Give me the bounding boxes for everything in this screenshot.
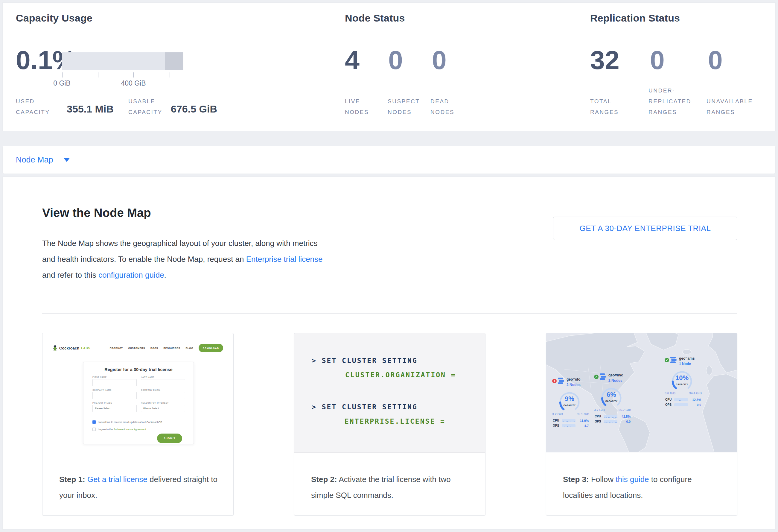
used-capacity-value: 355.1 MiB — [67, 103, 114, 115]
cpu-metric-row: CPU 11.0% — [553, 419, 589, 423]
nav-item-blog[interactable]: BLOG — [185, 347, 193, 350]
license-agreement-row: I agree to the Software License Agreemen… — [92, 428, 147, 431]
error-badge-icon: 1 — [552, 379, 557, 383]
company-email-field[interactable] — [141, 392, 185, 399]
qps-sparkline — [674, 403, 688, 406]
sql-line-1: > SET CLUSTER SETTING — [312, 357, 417, 365]
step3-label: Step 3: — [563, 475, 589, 484]
download-button[interactable]: DOWNLOAD — [199, 344, 223, 352]
capacity-axis-tick — [134, 72, 134, 77]
nav-item-product[interactable]: PRODUCT — [110, 347, 123, 350]
database-stack-icon — [670, 356, 677, 365]
chevron-down-icon[interactable] — [63, 158, 70, 162]
form-fields: FIRST NAME LAST NAME COMPANY NAME COMPAN… — [92, 376, 185, 412]
step3-card: 1 geo=sfo 2 Nodes 9% CAPACITY — [546, 333, 737, 516]
cpu-sparkline — [674, 398, 688, 401]
project-phase-select[interactable]: Please Select — [92, 405, 137, 412]
qps-metric-row: QPS 0.0 — [595, 420, 631, 424]
cluster-overview-page: Capacity Usage 0.1% 0 GiB 400 GiB USED C… — [0, 0, 778, 532]
submit-button[interactable]: SUBMIT — [157, 434, 182, 443]
locality-node-count: 2 Nodes — [608, 379, 622, 383]
capacity-used-gib: 3.2 GiB — [552, 412, 563, 416]
suspect-nodes-value: 0 — [388, 45, 403, 75]
trial-registration-form: Register for a 30-day trial license FIRS… — [83, 362, 194, 444]
email-updates-label: I would like to receive email updates ab… — [98, 421, 163, 424]
capacity-axis-label-400: 400 GiB — [121, 79, 146, 87]
configuration-guide-link[interactable]: configuration guide — [98, 271, 164, 280]
capacity-percent: 9% — [555, 395, 585, 403]
description-text: and refer to this — [42, 271, 98, 280]
nav-item-resources[interactable]: RESOURCES — [163, 347, 180, 350]
enterprise-trial-license-link[interactable]: Enterprise trial license — [246, 255, 323, 263]
capacity-axis-label-0: 0 GiB — [53, 79, 71, 87]
form-title: Register for a 30-day trial license — [83, 367, 193, 372]
capacity-caption: CAPACITY — [667, 383, 697, 386]
step1-card: Cockroach LABS PRODUCT CUSTOMERS DOCS RE… — [42, 333, 234, 516]
capacity-total-gib: 35.1 GiB — [577, 412, 589, 416]
locality-name: geo=sfo — [566, 377, 580, 381]
locality-node-count: 1 Node — [679, 362, 691, 366]
mini-site-header: Cockroach LABS PRODUCT CUSTOMERS DOCS RE… — [53, 342, 223, 354]
qps-sparkline — [604, 420, 617, 423]
capacity-caption: CAPACITY — [555, 404, 585, 407]
database-stack-icon — [600, 373, 607, 381]
capacity-axis-tick — [170, 72, 170, 77]
reason-for-interest-select[interactable]: Please Select — [141, 405, 185, 412]
first-name-field[interactable] — [92, 379, 137, 386]
capacity-axis-tick — [98, 72, 98, 77]
capacity-usage-bar — [62, 52, 183, 70]
locality-name: geo=ams — [679, 356, 695, 361]
step1-screenshot: Cockroach LABS PRODUCT CUSTOMERS DOCS RE… — [43, 333, 233, 452]
page-title: View the Node Map — [42, 206, 151, 220]
view-mode-selected-value[interactable]: Node Map — [16, 155, 53, 165]
replication-status-title: Replication Status — [590, 12, 680, 24]
sql-line-2: CLUSTER.ORGANIZATION = — [345, 371, 456, 379]
capacity-percent: 6% — [597, 391, 626, 398]
healthy-badge-icon: ✓ — [594, 375, 599, 379]
last-name-label: LAST NAME — [141, 376, 185, 378]
qps-metric-row: QPS 4.7 — [553, 424, 589, 428]
step2-label: Step 2: — [311, 475, 337, 484]
email-updates-checkbox[interactable] — [92, 421, 96, 424]
logo-labs-text: LABS — [81, 347, 90, 350]
project-phase-label: PROJECT PHASE — [92, 402, 137, 404]
node-map-preview: 1 geo=sfo 2 Nodes 9% CAPACITY — [546, 333, 737, 452]
license-agreement-checkbox[interactable] — [92, 428, 96, 431]
step2-sql-snippet: > SET CLUSTER SETTING CLUSTER.ORGANIZATI… — [294, 333, 485, 453]
software-license-agreement-link[interactable]: Software License Agreement. — [113, 428, 147, 431]
qps-sparkline — [562, 424, 575, 427]
total-ranges-label: TOTAL RANGES — [590, 96, 626, 118]
node-map-description: The Node Map shows the geographical layo… — [42, 235, 331, 283]
last-name-field[interactable] — [141, 379, 185, 386]
view-mode-selector[interactable]: Node Map — [2, 146, 776, 174]
node-status-title: Node Status — [345, 12, 405, 24]
first-name-label: FIRST NAME — [92, 376, 137, 378]
get-trial-license-link[interactable]: Get a trial license — [87, 475, 147, 484]
total-ranges-value: 32 — [590, 45, 619, 75]
capacity-total-gib: 65.7 GiB — [619, 408, 631, 412]
capacity-bar-nonusable-segment — [165, 52, 183, 70]
cockroach-labs-logo[interactable]: Cockroach LABS — [53, 345, 90, 351]
cpu-sparkline — [604, 415, 617, 418]
unavailable-ranges-value: 0 — [708, 45, 723, 75]
reason-for-interest-label: REASON FOR INTEREST — [141, 402, 185, 404]
sql-line-3: > SET CLUSTER SETTING — [312, 403, 417, 411]
dead-nodes-value: 0 — [432, 45, 447, 75]
qps-metric-row: QPS 0.0 — [665, 403, 701, 407]
usable-capacity-label: USABLE CAPACITY — [128, 96, 173, 118]
get-enterprise-trial-button[interactable]: GET A 30-DAY ENTERPRISE TRIAL — [553, 217, 737, 240]
capacity-total-gib: 34.4 GiB — [689, 391, 702, 395]
company-name-field[interactable] — [92, 392, 137, 399]
database-stack-icon — [557, 377, 565, 385]
under-replicated-ranges-label: UNDER-REPLICATED RANGES — [648, 85, 708, 118]
this-guide-link[interactable]: this guide — [616, 475, 649, 484]
step2-caption: Step 2: Activate the trial license with … — [294, 452, 485, 515]
nav-item-docs[interactable]: DOCS — [150, 347, 158, 350]
used-capacity-label: USED CAPACITY — [16, 96, 56, 118]
company-name-label: COMPANY NAME — [92, 389, 137, 391]
company-email-label: COMPANY EMAIL — [141, 389, 185, 391]
description-text: . — [164, 271, 166, 280]
live-nodes-value: 4 — [345, 45, 360, 75]
cpu-metric-row: CPU 12.3% — [665, 398, 701, 401]
nav-item-customers[interactable]: CUSTOMERS — [128, 347, 145, 350]
